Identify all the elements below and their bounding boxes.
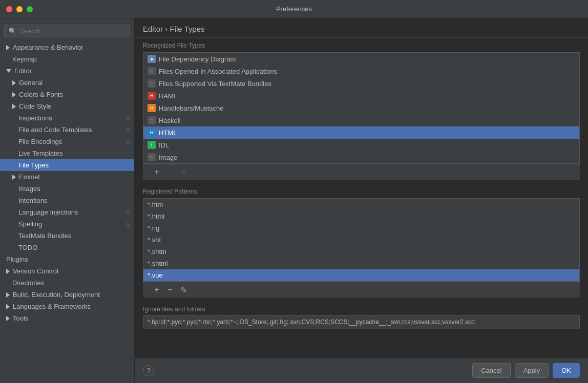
- file-type-name: HTML: [159, 129, 177, 137]
- list-item[interactable]: *.shtml: [143, 258, 579, 269]
- add-file-type-button[interactable]: +: [151, 166, 162, 178]
- content-scroll: Recognized File Types ◈ File Dependency …: [135, 38, 588, 357]
- sidebar-item-inspections[interactable]: Inspections ⎘: [0, 112, 134, 124]
- list-item[interactable]: H HTML: [143, 126, 579, 139]
- sidebar-item-directories[interactable]: Directories: [0, 277, 134, 289]
- search-input[interactable]: [19, 27, 125, 35]
- expand-icon: [12, 92, 16, 97]
- file-type-name: Files Supported Via TextMate Bundles: [159, 80, 271, 88]
- sidebar-item-code-style[interactable]: Code Style: [0, 100, 134, 112]
- sidebar-item-file-encodings[interactable]: File Encodings ⎘: [0, 136, 134, 147]
- sidebar-item-label: Images: [18, 185, 130, 193]
- sidebar-item-editor[interactable]: Editor: [0, 65, 134, 77]
- list-item[interactable]: I IDL: [143, 139, 579, 151]
- sidebar-item-textmate-bundles[interactable]: TextMate Bundles: [0, 230, 134, 242]
- sidebar-item-label: TODO: [18, 244, 130, 251]
- sidebar-item-spelling[interactable]: Spelling ⎘: [0, 218, 134, 230]
- sidebar-item-build-execution[interactable]: Build, Execution, Deployment: [0, 289, 134, 301]
- sidebar-item-label: Keymap: [12, 55, 130, 63]
- ignore-input[interactable]: [143, 315, 580, 329]
- sidebar-item-tools[interactable]: Tools: [0, 312, 134, 324]
- patterns-list: *.htm *.html *.ng *.sht *.shtm *.shtml *…: [143, 198, 580, 282]
- sidebar-item-label: Build, Execution, Deployment: [13, 291, 130, 299]
- content-area: Editor › File Types Recognized File Type…: [135, 18, 588, 383]
- expand-icon: [6, 292, 10, 297]
- sidebar-item-plugins[interactable]: Plugins: [0, 253, 134, 265]
- file-type-icon: □: [148, 116, 156, 124]
- sidebar-item-version-control[interactable]: Version Control: [0, 265, 134, 277]
- breadcrumb: Editor › File Types: [143, 25, 205, 33]
- sidebar-item-general[interactable]: General: [0, 77, 134, 89]
- remove-file-type-button[interactable]: −: [164, 166, 176, 178]
- file-type-name: Handlebars/Mustache: [159, 104, 223, 112]
- sidebar-item-todo[interactable]: TODO: [0, 242, 134, 253]
- sidebar-item-label: Inspections: [18, 114, 124, 122]
- list-item[interactable]: *.sht: [143, 234, 579, 246]
- sidebar-item-label: Spelling: [18, 220, 124, 228]
- file-type-name: IDL: [159, 141, 169, 149]
- sidebar-item-images[interactable]: Images: [0, 183, 134, 195]
- sidebar-item-file-types[interactable]: File Types: [0, 159, 134, 171]
- close-button[interactable]: [6, 6, 12, 12]
- file-type-icon: H: [148, 129, 156, 137]
- expand-icon: [12, 104, 16, 109]
- ok-button[interactable]: OK: [553, 363, 580, 378]
- add-pattern-button[interactable]: +: [151, 284, 162, 295]
- cancel-button[interactable]: Cancel: [472, 363, 510, 378]
- file-type-icon: H: [148, 104, 156, 112]
- list-item[interactable]: *.shtm: [143, 246, 579, 258]
- sidebar-item-live-templates[interactable]: Live Templates: [0, 147, 134, 159]
- list-item[interactable]: H HAML: [143, 90, 579, 102]
- sidebar-item-emmet[interactable]: Emmet: [0, 171, 134, 183]
- help-button[interactable]: ?: [143, 365, 154, 376]
- list-item[interactable]: □ Files Opened In Associated Application…: [143, 65, 579, 77]
- registered-patterns-section: Registered Patterns *.htm *.html *.ng *.…: [135, 184, 588, 302]
- list-item[interactable]: □ Haskell: [143, 114, 579, 126]
- list-item[interactable]: *.vue: [143, 269, 579, 281]
- sidebar-item-label: File Types: [18, 161, 130, 169]
- sidebar-item-appearance[interactable]: Appearance & Behavior: [0, 41, 134, 53]
- list-item[interactable]: ◈ File Dependency Diagram: [143, 53, 579, 65]
- apply-button[interactable]: Apply: [515, 363, 549, 378]
- expand-icon: [6, 269, 10, 274]
- maximize-button[interactable]: [27, 6, 33, 12]
- list-item[interactable]: *.ng: [143, 222, 579, 234]
- sidebar-item-file-code-templates[interactable]: File and Code Templates ⎘: [0, 124, 134, 136]
- ignore-label: Ignore files and folders: [143, 306, 580, 313]
- sidebar-item-language-injections[interactable]: Language Injections ⎘: [0, 206, 134, 218]
- search-icon: 🔍: [9, 28, 16, 35]
- file-type-icon: I: [148, 141, 156, 149]
- sidebar-item-keymap[interactable]: Keymap: [0, 53, 134, 65]
- sidebar-item-label: General: [19, 79, 130, 87]
- sidebar-item-colors-fonts[interactable]: Colors & Fonts: [0, 89, 134, 100]
- search-box[interactable]: 🔍: [4, 25, 130, 37]
- file-type-name: Haskell: [159, 117, 181, 124]
- file-type-name: Image: [159, 154, 177, 161]
- recognized-file-types-section: Recognized File Types ◈ File Dependency …: [135, 38, 588, 184]
- sidebar-item-label: Languages & Frameworks: [13, 303, 130, 310]
- sidebar-item-label: Version Control: [13, 267, 130, 275]
- sidebar-item-intentions[interactable]: Intentions: [0, 195, 134, 206]
- action-buttons: Cancel Apply OK: [472, 363, 580, 378]
- sidebar-item-label: Colors & Fonts: [19, 91, 130, 98]
- edit-file-type-button[interactable]: ✎: [178, 166, 189, 178]
- list-item[interactable]: □ Image: [143, 151, 579, 163]
- minimize-button[interactable]: [16, 6, 23, 12]
- edit-pattern-button[interactable]: ✎: [178, 284, 189, 295]
- sidebar-item-label: Intentions: [18, 197, 130, 204]
- list-item[interactable]: H Handlebars/Mustache: [143, 102, 579, 114]
- remove-pattern-button[interactable]: −: [164, 284, 176, 295]
- list-item[interactable]: □ Files Supported Via TextMate Bundles: [143, 77, 579, 90]
- content-header: Editor › File Types: [135, 18, 588, 38]
- list-item[interactable]: *.html: [143, 210, 579, 222]
- window-controls: [6, 6, 33, 12]
- sidebar-item-label: Editor: [14, 67, 130, 75]
- list-item[interactable]: *.htm: [143, 199, 579, 210]
- sidebar-item-label: Tools: [13, 314, 130, 322]
- copy-icon: ⎘: [127, 209, 130, 216]
- sidebar-item-label: File Encodings: [18, 138, 124, 145]
- copy-icon: ⎘: [127, 115, 130, 121]
- titlebar: Preferences: [0, 0, 588, 18]
- sidebar-item-languages-frameworks[interactable]: Languages & Frameworks: [0, 301, 134, 312]
- sidebar-item-label: Code Style: [19, 102, 130, 110]
